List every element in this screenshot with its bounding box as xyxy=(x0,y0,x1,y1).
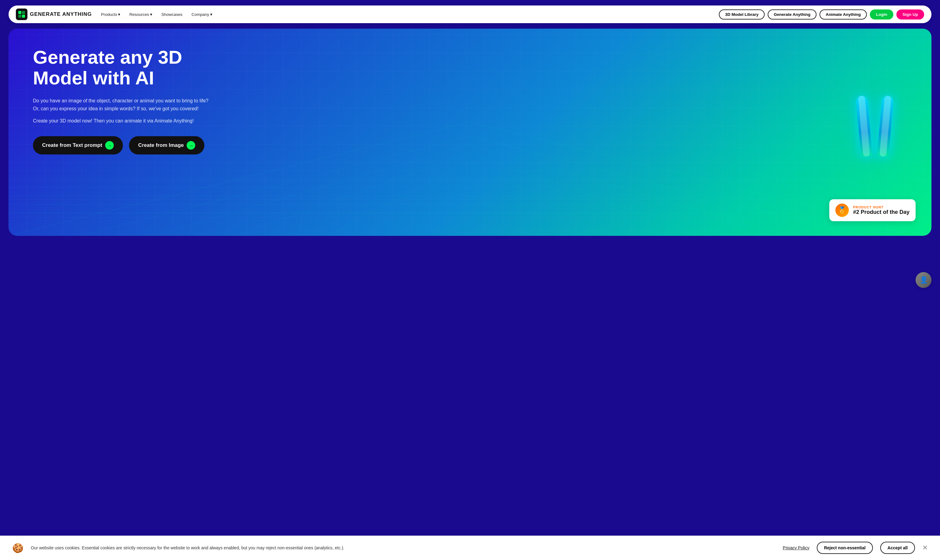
hero-section: Generate any 3D Model with AI Do you hav… xyxy=(9,29,931,236)
create-image-arrow-icon: → xyxy=(187,141,195,149)
svg-line-15 xyxy=(470,145,789,236)
nav-products[interactable]: Products ▾ xyxy=(97,10,124,18)
nav-links: Products ▾ Resources ▾ Showcases Company… xyxy=(97,10,713,18)
nav-animate-btn[interactable]: Animate Anything xyxy=(820,9,867,20)
create-text-arrow-icon: → xyxy=(105,141,114,149)
nav-3dmodel-btn[interactable]: 3D Model Library xyxy=(719,9,765,20)
nav-signup-btn[interactable]: Sign Up xyxy=(897,9,924,20)
navbar: GENERATE ANYTHING Products ▾ Resources ▾… xyxy=(9,6,931,23)
logo-text: GENERATE ANYTHING xyxy=(30,11,92,17)
create-image-btn[interactable]: Create from Image → xyxy=(129,136,204,154)
logo[interactable]: GENERATE ANYTHING xyxy=(16,9,92,20)
leg-right xyxy=(877,95,894,157)
hero-description: Do you have an image of the object, char… xyxy=(33,97,210,112)
nav-resources[interactable]: Resources ▾ xyxy=(126,10,156,18)
ph-medal-icon: 🏅 xyxy=(835,203,849,217)
ph-label: PRODUCT HUNT xyxy=(853,205,909,209)
create-image-label: Create from Image xyxy=(138,142,184,148)
hero-3d-visual xyxy=(846,89,907,175)
hero-content: Generate any 3D Model with AI Do you hav… xyxy=(33,47,210,154)
product-hunt-badge[interactable]: 🏅 PRODUCT HUNT #2 Product of the Day xyxy=(829,199,915,221)
create-text-btn[interactable]: Create from Text prompt → xyxy=(33,136,123,154)
logo-icon xyxy=(16,9,28,20)
svg-line-19 xyxy=(470,162,612,236)
3d-model xyxy=(846,89,907,175)
svg-rect-2 xyxy=(18,15,22,18)
svg-line-16 xyxy=(236,153,470,236)
hero-description2: Create your 3D model now! Then you can a… xyxy=(33,117,210,125)
svg-line-13 xyxy=(470,136,860,236)
svg-rect-0 xyxy=(18,11,22,14)
svg-line-17 xyxy=(470,153,704,236)
nav-login-btn[interactable]: Login xyxy=(870,9,893,20)
nav-showcases[interactable]: Showcases xyxy=(158,10,186,18)
svg-line-14 xyxy=(151,145,470,236)
ph-text: PRODUCT HUNT #2 Product of the Day xyxy=(853,205,909,215)
svg-line-18 xyxy=(328,162,470,236)
nav-generate-btn[interactable]: Generate Anything xyxy=(768,9,817,20)
hero-title: Generate any 3D Model with AI xyxy=(33,47,210,88)
ph-rank: #2 Product of the Day xyxy=(853,209,909,215)
nav-actions: 3D Model Library Generate Anything Anima… xyxy=(719,9,924,20)
hero-buttons: Create from Text prompt → Create from Im… xyxy=(33,136,210,154)
svg-rect-3 xyxy=(22,15,25,18)
leg-left xyxy=(855,95,872,157)
svg-rect-1 xyxy=(22,11,25,14)
create-text-label: Create from Text prompt xyxy=(42,142,102,148)
nav-company[interactable]: Company ▾ xyxy=(188,10,216,18)
